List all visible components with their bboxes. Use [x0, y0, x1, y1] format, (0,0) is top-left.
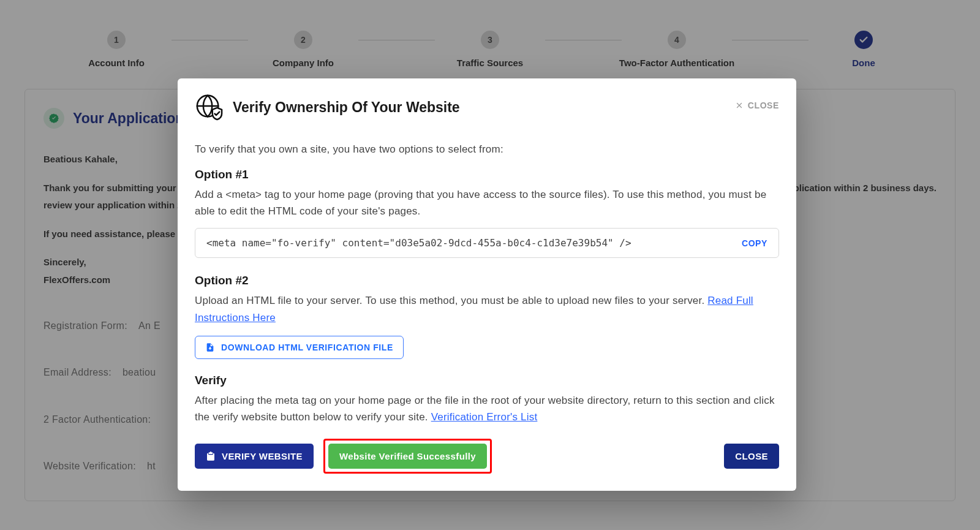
verify-heading: Verify [195, 374, 779, 387]
download-file-icon [205, 343, 215, 352]
modal-close-top[interactable]: CLOSE [736, 100, 779, 110]
verification-errors-link[interactable]: Verification Error's List [431, 411, 538, 423]
verify-website-button[interactable]: VERIFY WEBSITE [195, 444, 314, 469]
clipboard-check-icon [206, 452, 216, 461]
copy-button[interactable]: COPY [742, 238, 767, 248]
modal-title: Verify Ownership Of Your Website [233, 99, 460, 116]
download-verification-file-button[interactable]: DOWNLOAD HTML VERIFICATION FILE [195, 336, 404, 359]
verified-success-text: Website Verified Successfully [339, 451, 476, 461]
meta-tag-box: <meta name="fo-verify" content="d03e5a02… [195, 228, 779, 258]
meta-tag-text: <meta name="fo-verify" content="d03e5a02… [206, 237, 631, 249]
close-label: CLOSE [748, 100, 779, 110]
option1-heading: Option #1 [195, 168, 779, 181]
modal-intro: To verify that you own a site, you have … [195, 143, 779, 156]
success-highlight: Website Verified Successfully [323, 439, 492, 474]
option1-desc: Add a <meta> tag to your home page (prov… [195, 186, 779, 219]
globe-shield-icon [195, 93, 223, 121]
download-label: DOWNLOAD HTML VERIFICATION FILE [221, 343, 393, 352]
option2-heading: Option #2 [195, 274, 779, 287]
close-icon [736, 102, 743, 109]
verify-desc: After placing the meta tag on your home … [195, 392, 779, 425]
option2-desc: Upload an HTML file to your server. To u… [195, 292, 779, 325]
modal-close-button[interactable]: CLOSE [724, 444, 779, 469]
verify-ownership-modal: Verify Ownership Of Your Website CLOSE T… [178, 78, 796, 491]
verified-success-banner: Website Verified Successfully [328, 444, 487, 469]
verify-website-label: VERIFY WEBSITE [222, 451, 303, 461]
close-button-label: CLOSE [735, 451, 768, 461]
